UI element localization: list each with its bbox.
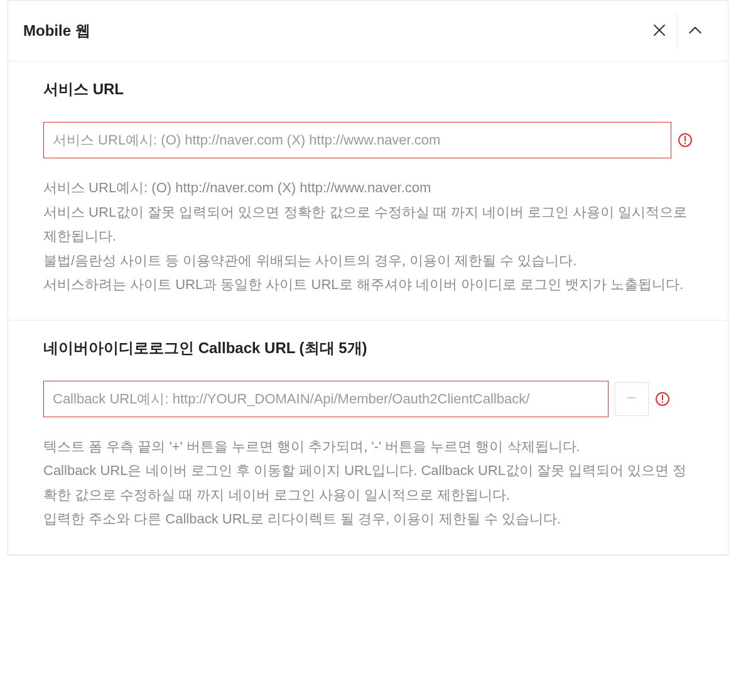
help-line: 서비스하려는 사이트 URL과 동일한 사이트 URL로 해주셔야 네이버 아이… xyxy=(43,273,693,297)
help-line: Callback URL은 네이버 로그인 후 이동할 페이지 URL입니다. … xyxy=(43,459,693,507)
panel-title: Mobile 웹 xyxy=(23,21,90,41)
error-icon xyxy=(655,391,670,407)
help-line: 입력한 주소와 다른 Callback URL로 리다이렉트 될 경우, 이용이… xyxy=(43,507,693,532)
minus-icon xyxy=(625,391,638,406)
service-url-help: 서비스 URL예시: (O) http://naver.com (X) http… xyxy=(43,176,693,297)
close-icon xyxy=(652,23,667,40)
remove-row-button[interactable] xyxy=(615,382,649,416)
callback-url-help: 텍스트 폼 우측 끝의 '+' 버튼을 누르면 행이 추가되며, '-' 버튼을… xyxy=(43,435,693,532)
help-line: 서비스 URL예시: (O) http://naver.com (X) http… xyxy=(43,176,693,200)
callback-url-section: 네이버아이디로로그인 Callback URL (최대 5개) 텍스트 폼 우측 xyxy=(8,320,728,554)
service-url-input[interactable] xyxy=(43,122,671,158)
service-url-title: 서비스 URL xyxy=(43,79,693,99)
panel-controls xyxy=(642,13,713,48)
svg-point-8 xyxy=(662,401,663,402)
callback-url-input[interactable] xyxy=(43,381,609,417)
close-button[interactable] xyxy=(642,13,677,48)
help-line: 텍스트 폼 우측 끝의 '+' 버튼을 누르면 행이 추가되며, '-' 버튼을… xyxy=(43,435,693,459)
error-icon xyxy=(678,133,693,148)
help-line: 서비스 URL값이 잘못 입력되어 있으면 정확한 값으로 수정하실 때 까지 … xyxy=(43,200,693,249)
svg-point-4 xyxy=(685,143,686,144)
service-url-section: 서비스 URL 서비스 URL예시: (O) http://naver.com … xyxy=(8,62,728,320)
collapse-button[interactable] xyxy=(678,13,713,48)
help-line: 불법/음란성 사이트 등 이용약관에 위배되는 사이트의 경우, 이용이 제한될… xyxy=(43,249,693,273)
callback-url-input-row xyxy=(43,381,693,417)
service-url-input-row xyxy=(43,122,693,158)
callback-url-title: 네이버아이디로로그인 Callback URL (최대 5개) xyxy=(43,338,693,358)
panel-header: Mobile 웹 xyxy=(8,1,728,62)
bottom-border xyxy=(8,555,728,555)
mobile-web-panel: Mobile 웹 서비스 URL xyxy=(8,0,728,555)
chevron-up-icon xyxy=(687,22,703,40)
